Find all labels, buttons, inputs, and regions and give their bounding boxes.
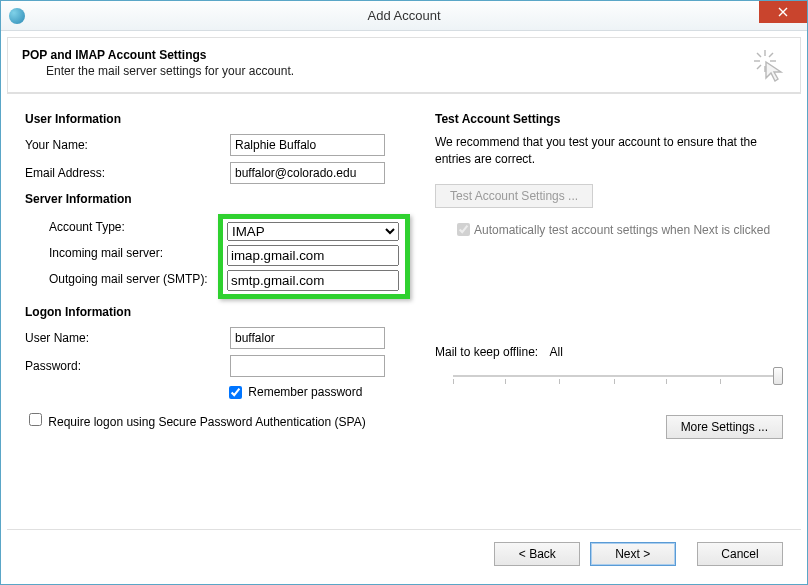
add-account-window: Add Account POP and IMAP Account Setting… — [0, 0, 808, 585]
wizard-header: POP and IMAP Account Settings Enter the … — [7, 37, 801, 93]
close-button[interactable] — [759, 1, 807, 23]
password-label: Password: — [25, 359, 230, 373]
wizard-body: User Information Your Name: Email Addres… — [1, 94, 807, 449]
mail-offline-label: Mail to keep offline: — [435, 345, 538, 359]
server-block: Account Type: Incoming mail server: Outg… — [25, 214, 425, 299]
window-title: Add Account — [1, 8, 807, 23]
auto-test-label: Automatically test account settings when… — [474, 222, 770, 239]
logon-info-heading: Logon Information — [25, 305, 425, 319]
svg-line-4 — [757, 53, 761, 57]
right-column: Test Account Settings We recommend that … — [425, 112, 783, 439]
incoming-server-input[interactable] — [227, 245, 399, 266]
auto-test-checkbox[interactable] — [457, 223, 470, 236]
mail-offline-section: Mail to keep offline: All — [435, 345, 783, 389]
user-info-heading: User Information — [25, 112, 425, 126]
cursor-star-icon — [752, 48, 786, 85]
mail-offline-value: All — [550, 345, 563, 359]
wizard-subtitle: Enter the mail server settings for your … — [46, 64, 786, 78]
your-name-label: Your Name: — [25, 138, 230, 152]
left-column: User Information Your Name: Email Addres… — [25, 112, 425, 439]
username-label: User Name: — [25, 331, 230, 345]
remember-password-checkbox[interactable] — [229, 386, 242, 399]
slider-thumb[interactable] — [773, 367, 783, 385]
your-name-input[interactable] — [230, 134, 385, 156]
spa-wrapper[interactable]: Require logon using Secure Password Auth… — [25, 415, 366, 429]
svg-line-7 — [757, 65, 761, 69]
mail-offline-slider[interactable] — [453, 365, 783, 389]
password-input[interactable] — [230, 355, 385, 377]
test-settings-desc: We recommend that you test your account … — [435, 134, 783, 168]
app-icon — [9, 8, 25, 24]
email-label: Email Address: — [25, 166, 230, 180]
next-button[interactable]: Next > — [590, 542, 676, 566]
remember-password-wrapper[interactable]: Remember password — [225, 385, 362, 399]
server-info-heading: Server Information — [25, 192, 425, 206]
outgoing-server-input[interactable] — [227, 270, 399, 291]
slider-ticks — [453, 371, 775, 381]
server-highlight: IMAP — [218, 214, 410, 299]
back-button[interactable]: < Back — [494, 542, 580, 566]
svg-line-6 — [769, 53, 773, 57]
test-account-button[interactable]: Test Account Settings ... — [435, 184, 593, 208]
titlebar: Add Account — [1, 1, 807, 31]
close-icon — [778, 7, 788, 17]
wizard-title: POP and IMAP Account Settings — [22, 48, 786, 62]
test-settings-heading: Test Account Settings — [435, 112, 783, 126]
spa-checkbox[interactable] — [29, 413, 42, 426]
account-type-select[interactable]: IMAP — [227, 222, 399, 241]
username-input[interactable] — [230, 327, 385, 349]
cancel-button[interactable]: Cancel — [697, 542, 783, 566]
more-settings-button[interactable]: More Settings ... — [666, 415, 783, 439]
remember-password-label: Remember password — [248, 385, 362, 399]
spa-label: Require logon using Secure Password Auth… — [48, 415, 365, 429]
email-input[interactable] — [230, 162, 385, 184]
wizard-footer: < Back Next > Cancel — [7, 529, 801, 578]
